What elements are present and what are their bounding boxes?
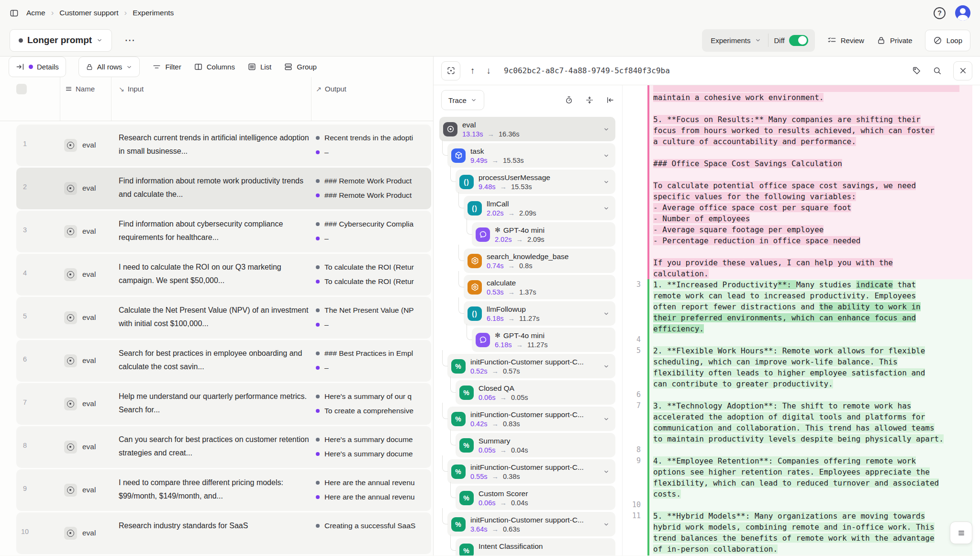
trace-tree-item[interactable]: ✻ eval 13.13s → 16.36s [439,117,615,141]
output-dot [316,193,320,197]
diff-line-number [623,466,647,477]
select-all-checkbox[interactable] [16,84,27,94]
previous-row-button[interactable]: ↑ [469,66,477,76]
trace-tree-item[interactable]: ✻ calculate 0.53s → 1.37s [464,275,615,299]
group-button[interactable]: Group [284,62,317,71]
diff-line-text: - Percentage reduction in office space n… [653,236,860,245]
experiment-switcher[interactable]: Longer prompt [10,29,112,52]
chevron-down-icon[interactable] [603,126,610,133]
output-item: The Net Present Value (NP [316,303,430,318]
list-button[interactable]: List [247,62,271,71]
private-button[interactable]: Private [877,36,913,45]
experiments-dropdown[interactable]: Experiments [704,36,768,45]
diff-line-text: If you provide these values, I can help … [653,258,893,267]
close-panel-button[interactable] [953,61,972,80]
table-row[interactable]: 9 eval I need to compare three different… [16,469,431,511]
chevron-down-icon[interactable] [603,416,610,422]
trace-tree-item[interactable]: () ✻ llmFollowup 6.18s → 11.27s [464,301,615,326]
avatar[interactable] [955,5,970,21]
span-duration-end: 15.53s [511,182,532,192]
chevron-down-icon[interactable] [603,468,610,475]
table-row[interactable]: 2 eval Find information about remote wor… [16,168,431,209]
output-dot [316,409,320,413]
chevron-down-icon[interactable] [603,521,610,528]
trace-tree-item[interactable]: () ✻ processUserMessage 9.48s → 15.53s [456,170,615,194]
trace-tree-item[interactable]: ✻ GPT-4o mini 2.02s → 2.09s [472,222,615,247]
trace-tree-item[interactable]: % ✻ initFunction-Customer support-C... 0… [447,354,615,378]
table-row[interactable]: 6 eval Search for best practices in empl… [16,340,431,382]
column-header-input[interactable]: ↘ Input [119,85,144,93]
trace-tree-item[interactable]: ✻ task 9.49s → 15.53s [447,143,615,168]
sidebar-toggle-icon[interactable] [10,9,19,18]
table-row[interactable]: 4 eval I need to calculate the ROI on ou… [16,254,431,295]
trace-tree-item[interactable]: % ✻ Intent Classification → [456,538,615,556]
diff-line: flexibility often leads to higher employ… [623,367,980,378]
column-header-output[interactable]: ↗ Output [316,85,346,93]
review-button[interactable]: Review [827,36,864,45]
column-header-name[interactable]: Name [65,85,95,93]
diff-line-text: 5. **Hybrid Models**: Many organizations… [653,511,925,521]
table-row[interactable]: 5 eval Calculate the Net Present Value (… [16,297,431,339]
output-text: To create a comprehensive [324,407,413,415]
next-row-button[interactable]: ↓ [485,66,493,76]
trace-tree-item[interactable]: ✻ search_knowledge_base 0.74s → 0.8s [464,249,615,273]
llm-icon [476,333,490,347]
chevron-down-icon[interactable] [603,205,610,212]
trace-tree-item[interactable]: % ✻ Custom Scorer 0.06s → 0.04s [456,486,615,510]
rows-filter-dropdown[interactable]: All rows [78,57,140,77]
columns-button[interactable]: Columns [194,62,235,71]
table-row[interactable]: 3 eval Find information about cybersecur… [16,211,431,252]
diff-line-number [623,522,647,533]
diff-line: 7 3. **Technology Adoption**: The shift … [623,400,980,411]
help-icon[interactable]: ? [934,7,946,19]
trace-tree-item[interactable]: () ✻ llmCall 2.02s → 2.09s [464,196,615,220]
columns-icon [194,62,203,71]
output-text: – [324,148,329,157]
app-window: Acme › Customer support › Experiments ? … [0,0,980,556]
output-text: Here's a summary docume [324,450,413,458]
trace-tree-item[interactable]: % ✻ initFunction-Customer support-C... 0… [447,459,615,484]
table-row[interactable]: 10 eval Research industry standards for … [16,512,431,554]
table-row[interactable]: 1 eval Research current trends in artifi… [16,125,431,166]
breadcrumb-section[interactable]: Experiments [133,9,174,17]
llm-icon [476,227,490,242]
output-dot [316,237,320,240]
diff-line-number: 3 [623,279,647,290]
timing-icon[interactable] [565,96,573,104]
trace-tree-item[interactable]: % ✻ Closed QA 0.06s → 0.05s [456,380,615,405]
trace-view-dropdown[interactable]: Trace [441,90,484,110]
table-row[interactable]: 7 eval Help me understand our quarterly … [16,383,431,425]
details-button[interactable]: Details [9,57,66,77]
table-row[interactable]: 8 eval Can you search for best practices… [16,426,431,468]
trace-id: 9c062bc2-a8c7-4a88-9749-5cf840f3c9ba [504,66,670,75]
format-toggle-button[interactable] [950,522,972,544]
tag-icon[interactable] [912,66,921,75]
output-item: Here's a summary docume [316,447,430,461]
filter-button[interactable]: Filter [152,62,181,71]
chevron-down-icon[interactable] [603,179,610,185]
diff-line-number [623,422,647,433]
diff-toggle[interactable] [789,35,808,46]
expand-trace-button[interactable] [441,61,460,80]
arrow-right-icon: → [516,235,523,244]
breadcrumb-org[interactable]: Acme [26,9,45,17]
span-duration-start: 2.02s [495,235,512,244]
chevron-down-icon[interactable] [603,363,610,370]
chevron-down-icon[interactable] [603,152,610,159]
trace-tree-item[interactable]: % ✻ initFunction-Customer support-C... 3… [447,512,615,536]
chevron-down-icon[interactable] [603,310,610,317]
row-number: 2 [16,183,33,191]
collapse-all-icon[interactable] [585,96,594,104]
more-menu-button[interactable]: ⋯ [121,32,139,48]
search-icon[interactable] [933,66,942,75]
trace-tree-item[interactable]: % ✻ initFunction-Customer support-C... 0… [447,407,615,431]
breadcrumb-project[interactable]: Customer support [59,9,118,17]
diff-line: a culture of accountability and performa… [623,136,980,147]
diff-line-number [623,147,647,158]
trace-tree-item[interactable]: ✻ GPT-4o mini 6.18s → 11.27s [472,328,615,352]
diff-line-number [623,544,647,555]
trace-tree-item[interactable]: % ✻ Summary 0.05s → 0.04s [456,433,615,457]
loop-button[interactable]: Loop [925,30,970,51]
collapse-panel-icon[interactable] [606,96,614,104]
diff-line-text: 2. **Flexible Work Hours**: Remote work … [653,346,925,355]
